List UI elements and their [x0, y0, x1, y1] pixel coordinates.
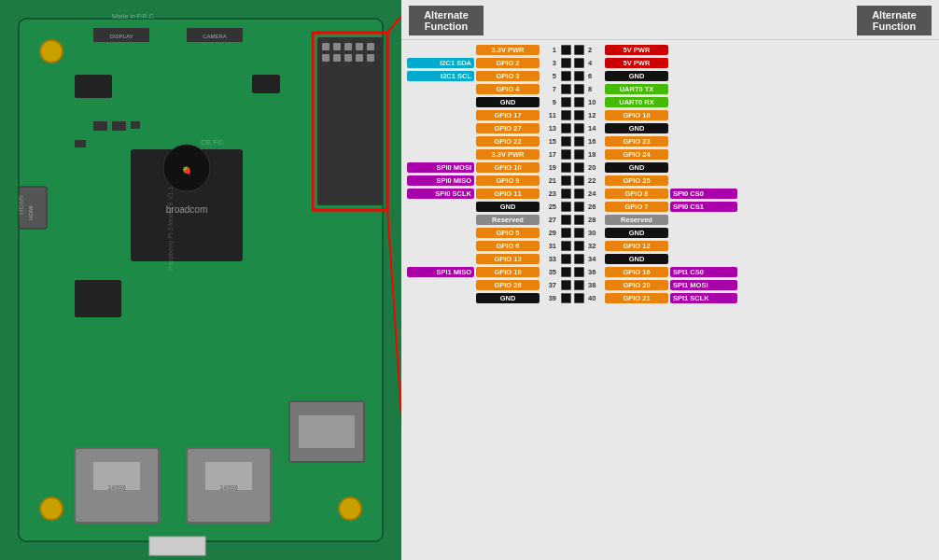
right-alt-function: [670, 49, 737, 51]
gpio-body: 3.3V PWR125V PWRI2C1 SDAGPIO 2345V PWRI2…: [401, 40, 939, 560]
left-alt-function: [407, 232, 474, 234]
right-pin-number: 4: [588, 59, 603, 67]
pin-dot-right: [574, 136, 584, 147]
connector-pins: [558, 175, 586, 186]
pin-dot-left: [561, 202, 571, 212]
right-alt-function: [670, 259, 737, 260]
table-row: GPIO 63132GPIO 12: [407, 240, 933, 252]
left-pin-number: 31: [541, 242, 556, 250]
svg-text:HDMI: HDMI: [17, 196, 25, 215]
svg-text:HDMI: HDMI: [28, 205, 34, 220]
left-alt-function: [407, 49, 474, 51]
pin-dot-right: [574, 215, 584, 225]
svg-text:14393: 14393: [107, 484, 126, 491]
svg-rect-12: [322, 54, 329, 62]
connector-pins: [558, 97, 586, 107]
left-alt-function: [407, 285, 474, 287]
pin-dot-right: [574, 71, 584, 81]
left-alt-function: [407, 115, 474, 117]
left-gpio-label: GPIO 5: [476, 228, 540, 238]
left-alt-function: [407, 219, 474, 221]
svg-text:CAMERA: CAMERA: [203, 34, 227, 39]
right-pin-number: 38: [588, 281, 603, 289]
pin-dot-left: [561, 123, 571, 133]
pin-dot-left: [561, 45, 571, 55]
table-row: GPIO 478UART0 TX: [407, 83, 933, 95]
header-right: Alternate Function: [857, 6, 932, 35]
table-row: GPIO 171112GPIO 18: [407, 109, 933, 121]
table-row: GPIO 221516GPIO 23: [407, 135, 933, 147]
svg-rect-42: [75, 140, 86, 147]
left-pin-number: 21: [541, 176, 556, 185]
left-gpio-label: GPIO 19: [476, 267, 540, 277]
connector-pins: [558, 293, 586, 303]
svg-rect-40: [112, 121, 126, 131]
connector-pins: [558, 149, 586, 160]
pin-dot-right: [574, 293, 584, 303]
right-pin-number: 10: [588, 98, 603, 106]
left-pin-number: 13: [541, 124, 556, 133]
svg-rect-39: [93, 121, 107, 131]
left-pin-number: 23: [541, 189, 556, 198]
right-pin-number: 2: [588, 46, 603, 54]
pin-dot-left: [561, 97, 571, 107]
right-gpio-label: GND: [605, 228, 668, 238]
svg-rect-35: [75, 75, 112, 98]
table-row: GPIO 133334GND: [407, 253, 933, 265]
right-gpio-label: GND: [605, 162, 668, 173]
svg-rect-41: [131, 121, 140, 129]
connector-pins: [558, 189, 586, 199]
right-pin-number: 34: [588, 255, 603, 263]
svg-text:CE FC: CE FC: [201, 138, 223, 147]
pin-dot-left: [561, 58, 571, 68]
left-pin-number: 27: [541, 216, 556, 224]
left-gpio-label: GPIO 17: [476, 110, 540, 120]
left-pin-number: 1: [541, 46, 556, 54]
svg-rect-11: [367, 43, 374, 50]
pin-dot-right: [574, 149, 584, 160]
right-pin-number: 30: [588, 229, 603, 237]
left-alt-function: SPI0 MOSI: [407, 162, 474, 173]
pin-dot-right: [574, 58, 584, 68]
table-row: GPIO 271314GND: [407, 122, 933, 134]
connector-pins: [558, 267, 586, 277]
right-alt-function: [670, 180, 737, 182]
right-gpio-label: UART0 RX: [605, 97, 668, 107]
table-row: 3.3V PWR125V PWR: [407, 44, 933, 56]
left-gpio-label: GPIO 27: [476, 123, 540, 133]
right-pin-number: 14: [588, 124, 603, 133]
left-pin-number: 11: [541, 111, 556, 119]
svg-rect-36: [252, 75, 280, 93]
svg-rect-15: [356, 54, 363, 62]
left-gpio-label: GPIO 11: [476, 189, 540, 199]
table-row: Reserved2728Reserved: [407, 214, 933, 226]
right-gpio-label: GND: [605, 71, 668, 81]
svg-text:🍓: 🍓: [182, 165, 191, 175]
header-left: Alternate Function: [409, 6, 484, 35]
connector-pins: [558, 215, 586, 225]
connector-pins: [558, 162, 586, 173]
left-gpio-label: 3.3V PWR: [476, 149, 540, 160]
left-alt-function: [407, 102, 474, 104]
connector-pins: [558, 136, 586, 147]
right-alt-function: [670, 167, 737, 169]
board-image: broadcom 🍓 HDMI 14393 14393 C: [0, 0, 401, 560]
right-pin-number: 6: [588, 72, 603, 80]
left-alt-function: [407, 128, 474, 130]
pin-dot-left: [561, 162, 571, 173]
pin-dot-left: [561, 71, 571, 81]
right-pin-number: 18: [588, 150, 603, 159]
right-pin-number: 12: [588, 111, 603, 119]
pin-dot-left: [561, 241, 571, 251]
left-pin-number: 25: [541, 203, 556, 211]
left-pin-number: 17: [541, 150, 556, 159]
left-alt-function: SPI0 SCLK: [407, 189, 474, 199]
left-gpio-label: GPIO 6: [476, 241, 540, 251]
left-gpio-label: GPIO 10: [476, 162, 540, 173]
pin-dot-right: [574, 123, 584, 133]
pin-dot-left: [561, 215, 571, 225]
right-pin-number: 8: [588, 85, 603, 93]
table-row: SPI1 MISOGPIO 193536GPIO 16SPI1 CS0: [407, 266, 933, 278]
pin-dot-right: [574, 189, 584, 199]
table-row: SPI0 SCLKGPIO 112324GPIO 8SPI0 CS0: [407, 188, 933, 200]
